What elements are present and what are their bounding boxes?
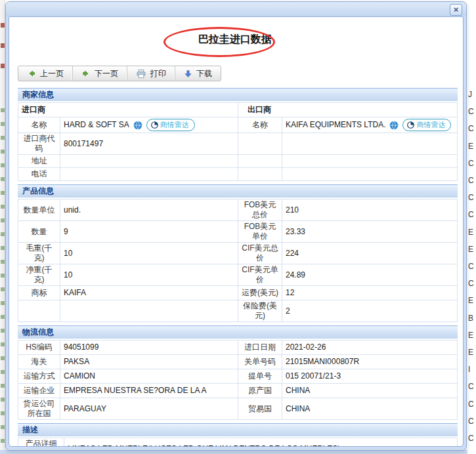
importer-name-cell: HARD & SOFT SA 商情雷达 <box>60 117 238 133</box>
freight-label: 运费(美元) <box>238 286 282 300</box>
business-radar-badge[interactable]: 商情雷达 <box>402 119 451 131</box>
table-row: 产品详细描述 LINEAS LED MUEBLE(LUCES LED QUE V… <box>18 438 458 447</box>
prev-page-label: 上一页 <box>40 68 64 79</box>
globe-icon[interactable] <box>133 121 142 130</box>
insurance-value: 2 <box>282 300 458 322</box>
customs-value: PAKSA <box>60 355 238 369</box>
fob-total-label: FOB美元总价 <box>238 199 282 221</box>
table-row: 运输方式 CAMION 提单号 015 20071/21-3 <box>18 369 458 384</box>
gross-weight-label: 毛重(千克) <box>18 243 60 264</box>
phone-value <box>60 168 238 181</box>
toolbar: 上一页 下一页 打印 下载 <box>18 66 221 81</box>
hs-code-value: 94051099 <box>60 340 238 355</box>
exporter-name-label: 名称 <box>238 117 282 133</box>
radar-icon <box>407 121 414 129</box>
fob-unit-value: 23.33 <box>282 221 458 243</box>
next-page-label: 下一页 <box>95 68 118 79</box>
phone-label: 电话 <box>18 168 60 181</box>
freight-value: 12 <box>282 286 458 300</box>
print-button[interactable]: 打印 <box>127 66 175 81</box>
bill-no-value: 015 20071/21-3 <box>282 369 458 384</box>
table-row: HS编码 94051099 进口日期 2021-02-26 <box>18 340 458 355</box>
next-page-button[interactable]: 下一页 <box>73 66 127 81</box>
product-detail-value: LINEAS LED MUEBLE(LUCES LED QUE VAN DENT… <box>64 438 458 447</box>
prev-page-button[interactable]: 上一页 <box>18 66 73 81</box>
cif-total-value: 224 <box>282 243 458 264</box>
cif-total-label: CIF美元总价 <box>238 243 282 264</box>
trade-country-label: 贸易国 <box>238 398 282 420</box>
section-header-description: 描述 <box>18 423 458 436</box>
carrier-label: 运输企业 <box>18 384 60 398</box>
empty-cell <box>18 300 60 322</box>
product-table: 数量单位 unid. FOB美元总价 210 数量 9 FOB美元单价 23.3… <box>18 199 458 322</box>
background-mark <box>1 64 5 68</box>
importer-name-label: 名称 <box>18 117 60 133</box>
qty-value: 9 <box>60 221 238 243</box>
importer-name-value: HARD & SOFT SA <box>64 120 129 130</box>
arrow-right-icon <box>81 69 91 78</box>
declaration-no-label: 关单号码 <box>238 355 282 369</box>
business-radar-label: 商情雷达 <box>160 120 189 130</box>
carrier-value: EMPRESA NUESTRA SE?ORA DE LA A <box>60 384 238 398</box>
section-header-logistics: 物流信息 <box>18 325 458 339</box>
exporter-group-header: 出口商 <box>238 103 458 117</box>
address-value <box>60 155 238 168</box>
qty-unit-label: 数量单位 <box>18 199 60 221</box>
section-header-product: 产品信息 <box>18 184 458 197</box>
table-row: 数量单位 unid. FOB美元总价 210 <box>18 199 458 221</box>
table-row: 进口商 出口商 <box>18 103 458 117</box>
background-mark <box>1 23 5 28</box>
business-radar-badge[interactable]: 商情雷达 <box>146 119 195 131</box>
import-data-dialog: × 巴拉圭进口数据 上一页 下一页 <box>5 1 467 451</box>
merchant-table: 进口商 出口商 名称 HARD & SOFT SA <box>18 102 458 181</box>
import-date-label: 进口日期 <box>238 340 282 355</box>
net-weight-value: 10 <box>60 264 238 286</box>
dialog-titlebar[interactable]: × <box>6 2 466 16</box>
background-icon-column <box>1 98 5 453</box>
dialog-body: 巴拉圭进口数据 上一页 下一页 <box>9 16 464 447</box>
table-row: 进口商代码 800171497 <box>18 133 458 155</box>
close-icon[interactable]: × <box>450 4 462 16</box>
bill-no-label: 提单号 <box>238 369 282 384</box>
exporter-name-value: KAIFA EQUIPMENTS LTDA. <box>286 120 385 130</box>
section-header-merchant: 商家信息 <box>18 88 458 101</box>
red-circle-annotation <box>163 27 275 57</box>
download-button[interactable]: 下载 <box>175 66 221 81</box>
trade-country-value: CHINA <box>282 398 458 420</box>
arrow-left-icon <box>27 69 36 78</box>
product-detail-label: 产品详细描述 <box>18 438 64 447</box>
importer-code-value: 800171497 <box>60 133 238 155</box>
declaration-no-value: 21015MANI000807R <box>282 355 458 369</box>
hs-code-label: HS编码 <box>18 340 60 355</box>
fob-unit-label: FOB美元单价 <box>238 221 282 243</box>
exporter-name-cell: KAIFA EQUIPMENTS LTDA. 商情雷达 <box>282 117 458 133</box>
table-row: 商标 KAIFA 运费(美元) 12 <box>18 286 458 300</box>
table-row: 电话 <box>18 168 458 181</box>
table-row: 地址 <box>18 155 458 168</box>
description-table: 产品详细描述 LINEAS LED MUEBLE(LUCES LED QUE V… <box>18 438 458 447</box>
print-label: 打印 <box>150 68 166 79</box>
net-weight-label: 净重(千克) <box>18 264 60 286</box>
radar-icon <box>151 121 158 129</box>
table-row: 海关 PAKSA 关单号码 21015MANI000807R <box>18 355 458 369</box>
empty-cell <box>238 168 282 181</box>
cif-unit-value: 24.89 <box>282 264 458 286</box>
empty-cell <box>60 300 238 322</box>
business-radar-label: 商情雷达 <box>416 120 445 130</box>
background-left-strip <box>0 0 5 454</box>
background-mark <box>1 43 5 48</box>
transport-mode-label: 运输方式 <box>18 369 60 384</box>
qty-unit-value: unid. <box>60 199 238 221</box>
customs-label: 海关 <box>18 355 60 369</box>
freight-company-country-value: PARAGUAY <box>60 398 238 420</box>
brand-label: 商标 <box>18 286 60 300</box>
logistics-table: HS编码 94051099 进口日期 2021-02-26 海关 PAKSA 关… <box>18 340 458 420</box>
origin-country-value: CHINA <box>282 384 458 398</box>
download-icon <box>184 70 192 78</box>
gross-weight-value: 10 <box>60 243 238 264</box>
table-row: 净重(千克) 10 CIF美元单价 24.89 <box>18 264 458 286</box>
table-row: 运输企业 EMPRESA NUESTRA SE?ORA DE LA A 原产国 … <box>18 384 458 398</box>
importer-code-label: 进口商代码 <box>18 133 60 155</box>
transport-mode-value: CAMION <box>60 369 238 384</box>
globe-icon[interactable] <box>389 121 399 130</box>
